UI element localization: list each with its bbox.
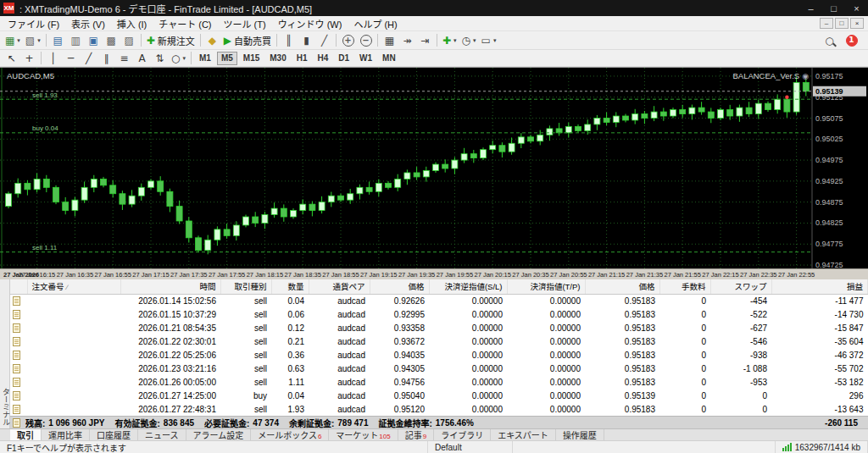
zoom-in-button[interactable]: + (339, 32, 357, 48)
order-sl-cell: 0.00000 (429, 334, 507, 348)
terminal-tab-account-history[interactable]: 口座履歴 (90, 429, 138, 440)
candle-body (660, 112, 666, 116)
candle-body (651, 112, 657, 118)
order-commission-cell: 0 (659, 389, 710, 402)
order-row[interactable]: 2026.01.22 02:30:01sell0.21audcad0.93672… (10, 334, 868, 348)
terminal-tab-journal[interactable]: 操作履歴 (556, 429, 604, 440)
text-tool-button[interactable]: A (133, 50, 151, 66)
minimize-button[interactable]: – (799, 0, 822, 16)
column-header-9[interactable]: 手数料 (659, 279, 710, 294)
new-chart-button[interactable]: ▦▾ (3, 32, 23, 48)
column-header-8[interactable]: 価格 (585, 279, 659, 294)
notification-badge[interactable]: 1 (843, 32, 860, 48)
shapes-tool-button[interactable]: ○▾ (169, 50, 188, 66)
order-row[interactable]: 2026.01.26 00:05:00sell1.11audcad0.94756… (10, 375, 868, 389)
vertical-line-tool-button[interactable]: │ (44, 50, 62, 66)
order-swap-cell: -522 (710, 307, 771, 321)
menu-insert[interactable]: 挿入 (I) (111, 15, 153, 32)
navigator-button[interactable]: ▣ (85, 32, 103, 48)
chevron-down-icon: ▾ (473, 37, 476, 44)
market-watch-button[interactable]: ▤ (49, 32, 67, 48)
timeframe-m15-button[interactable]: M15 (239, 52, 264, 65)
menu-file[interactable]: ファイル (F) (2, 15, 65, 32)
timeframes-menu-button[interactable]: ◷▾ (459, 32, 479, 48)
terminal-tab-exposure[interactable]: 運用比率 (42, 429, 90, 440)
trade-level-label: sell 1.11 (32, 244, 58, 251)
terminal-tab-news[interactable]: ニュース (138, 429, 186, 440)
auto-trading-button[interactable]: ▶自動売買 (221, 32, 274, 48)
timeframe-w1-button[interactable]: W1 (355, 52, 376, 65)
strategy-tester-icon: ▨ (125, 36, 134, 46)
chart-restore-button[interactable]: □ (835, 18, 849, 29)
column-header-0[interactable]: 注文番号∕ (27, 279, 120, 294)
timeframe-h4-button[interactable]: H4 (314, 52, 333, 65)
menu-window[interactable]: ウィンドウ (W) (272, 15, 348, 32)
time-axis[interactable]: 27 Jan 202627 Jan 16:1527 Jan 16:3527 Ja… (0, 268, 868, 279)
profiles-button[interactable]: ▧▾ (23, 32, 43, 48)
templates-button[interactable]: ▭▾ (479, 32, 499, 48)
channel-tool-button[interactable]: ∥ (97, 50, 115, 66)
menu-view[interactable]: 表示 (V) (65, 15, 111, 32)
order-row[interactable]: 2026.01.15 10:37:29sell0.06audcad0.92995… (10, 307, 868, 321)
terminal-tab-library[interactable]: ライブラリ (434, 429, 491, 440)
terminal-tab-market[interactable]: マーケット105 (329, 429, 398, 440)
horizontal-line-tool-button[interactable]: ─ (62, 50, 80, 66)
terminal-tab-alerts[interactable]: アラーム設定 (186, 429, 252, 440)
terminal-tab-articles[interactable]: 記事9 (398, 429, 434, 440)
timeframe-mn-button[interactable]: MN (378, 52, 400, 65)
fibonacci-tool-button[interactable]: ≡ (115, 50, 133, 66)
timeframe-d1-button[interactable]: D1 (334, 52, 353, 65)
cursor-tool-button[interactable]: ↖ (3, 50, 20, 66)
candle-body (698, 108, 704, 112)
column-header-3[interactable]: 数量 (271, 279, 309, 294)
menu-charts[interactable]: チャート (C) (153, 15, 217, 32)
timeframe-h1-button[interactable]: H1 (292, 52, 312, 65)
indicators-button[interactable]: ✚▾ (440, 32, 459, 48)
bar-chart-type-button[interactable]: ║ (280, 32, 298, 48)
column-header-11[interactable]: 損益 (771, 279, 868, 294)
timeframe-m1-button[interactable]: M1 (195, 52, 215, 65)
metaeditor-button[interactable]: ◆ (203, 32, 221, 48)
line-chart-type-button[interactable]: ╱ (315, 32, 333, 48)
column-header-5[interactable]: 価格 (370, 279, 429, 294)
new-order-button[interactable]: ✚新規注文 (144, 32, 198, 48)
chart-close-button[interactable]: × (850, 18, 864, 29)
data-window-button[interactable]: ▥ (67, 32, 85, 48)
auto-scroll-button[interactable]: ↠ (398, 32, 416, 48)
column-header-10[interactable]: スワップ (710, 279, 771, 294)
timeframe-m30-button[interactable]: M30 (265, 52, 290, 65)
arrows-tool-button[interactable]: ⇅ (151, 50, 169, 66)
order-row[interactable]: 2026.01.22 05:25:06sell0.36audcad0.94035… (10, 348, 868, 362)
order-row[interactable]: 2026.01.23 03:21:16sell0.63audcad0.94305… (10, 362, 868, 375)
order-row[interactable]: 2026.01.14 15:02:56sell0.04audcad0.92626… (10, 294, 868, 307)
trendline-tool-button[interactable]: ╱ (80, 50, 97, 66)
terminal-tab-mailbox[interactable]: メールボックス6 (251, 429, 329, 440)
order-price-cell: 0.95183 (585, 375, 659, 389)
timeframe-m5-button[interactable]: M5 (217, 52, 237, 65)
candlestick-type-button[interactable]: ▮ (298, 32, 315, 48)
restore-button[interactable]: □ (822, 0, 845, 16)
zoom-out-button[interactable]: − (357, 32, 375, 48)
price-chart[interactable]: 0.951750.951250.950750.950250.949750.949… (0, 68, 868, 269)
column-header-6[interactable]: 決済逆指値(S/L) (429, 279, 507, 294)
close-button[interactable]: × (845, 0, 868, 16)
column-header-4[interactable]: 通貨ペア (309, 279, 370, 294)
order-row[interactable]: 2026.01.21 08:54:35sell0.12audcad0.93358… (10, 321, 868, 334)
order-row[interactable]: 2026.01.27 22:48:31sell1.93audcad0.95120… (10, 402, 868, 416)
column-header-7[interactable]: 決済指値(T/P) (507, 279, 585, 294)
terminal-tab-trade[interactable]: 取引 (10, 429, 42, 440)
order-row[interactable]: 2026.01.27 14:25:00buy0.04audcad0.950400… (10, 389, 868, 402)
crosshair-tool-button[interactable]: + (20, 50, 38, 66)
column-header-2[interactable]: 取引種別 (220, 279, 271, 294)
chart-shift-button[interactable]: ⇥ (416, 32, 434, 48)
terminal-panel-button[interactable]: ▩ (103, 32, 120, 48)
chart-minimize-button[interactable]: – (820, 18, 833, 29)
terminal-tab-experts[interactable]: エキスパート (491, 429, 556, 440)
tile-windows-button[interactable]: ▦ (381, 32, 398, 48)
column-header-1[interactable]: 時間 (120, 279, 220, 294)
menu-help[interactable]: ヘルプ (H) (348, 15, 403, 32)
search-button[interactable]: ○ (821, 32, 838, 48)
menu-tools[interactable]: ツール (T) (218, 15, 272, 32)
strategy-tester-button[interactable]: ▨ (120, 32, 138, 48)
status-profile-segment[interactable]: Default (428, 441, 513, 453)
